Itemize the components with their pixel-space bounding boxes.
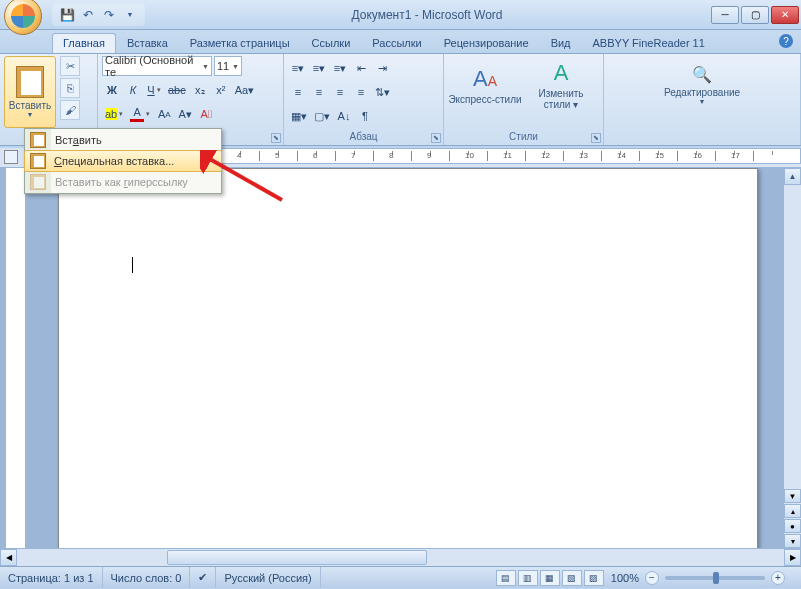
format-painter-button[interactable]: 🖌 (60, 100, 80, 120)
subscript-button[interactable]: x₂ (190, 80, 210, 100)
vertical-scrollbar[interactable]: ▲ ▼ ▴ ● ▾ (783, 168, 801, 548)
view-web-button[interactable]: ▦ (540, 570, 560, 586)
highlight-button[interactable]: ab▾ (102, 104, 126, 124)
indent-dec-button[interactable]: ⇤ (351, 58, 371, 78)
vertical-ruler[interactable] (6, 168, 26, 548)
tab-review[interactable]: Рецензирование (433, 33, 540, 53)
grow-font-button[interactable]: AА (154, 104, 174, 124)
maximize-button[interactable]: ▢ (741, 6, 769, 24)
tab-references[interactable]: Ссылки (301, 33, 362, 53)
line-spacing-button[interactable]: ⇅▾ (372, 82, 393, 102)
strikethrough-button[interactable]: abc (165, 80, 189, 100)
numbering-button[interactable]: ≡▾ (309, 58, 329, 78)
zoom-level[interactable]: 100% (605, 572, 645, 584)
group-styles: AA Экспресс-стили A Изменить стили ▾ Сти… (444, 54, 604, 145)
borders-button[interactable]: ▢▾ (311, 106, 333, 126)
clipboard-icon (30, 132, 46, 148)
view-fullscreen-button[interactable]: ▥ (518, 570, 538, 586)
group-paragraph-label: Абзац (288, 130, 439, 143)
clipboard-icon (16, 66, 44, 98)
group-editing: 🔍 Редактирование ▼ (604, 54, 801, 145)
justify-button[interactable]: ≡ (351, 82, 371, 102)
browse-object-button[interactable]: ● (784, 519, 801, 533)
tab-selector[interactable] (4, 150, 18, 164)
change-styles-button[interactable]: A Изменить стили ▾ (524, 56, 598, 114)
ribbon-tabs: Главная Вставка Разметка страницы Ссылки… (0, 30, 801, 54)
find-button[interactable]: 🔍 Редактирование ▼ (657, 56, 747, 114)
font-name-value: Calibri (Основной те (105, 54, 200, 78)
view-print-button[interactable]: ▤ (496, 570, 516, 586)
close-button[interactable]: ✕ (771, 6, 799, 24)
save-icon[interactable]: 💾 (58, 6, 76, 24)
bullets-button[interactable]: ≡▾ (288, 58, 308, 78)
page[interactable] (58, 168, 758, 548)
cut-button[interactable]: ✂ (60, 56, 80, 76)
align-right-button[interactable]: ≡ (330, 82, 350, 102)
tab-mailings[interactable]: Рассылки (361, 33, 432, 53)
tab-abbyy[interactable]: ABBYY FineReader 11 (582, 33, 716, 53)
paragraph-dialog-launcher[interactable]: ⬊ (431, 133, 441, 143)
h-scroll-thumb[interactable] (167, 550, 427, 565)
next-page-button[interactable]: ▾ (784, 534, 801, 548)
shrink-font-button[interactable]: A▾ (175, 104, 195, 124)
document-viewport[interactable] (28, 168, 783, 548)
underline-button[interactable]: Ч▾ (144, 80, 164, 100)
scroll-right-button[interactable]: ▶ (784, 549, 801, 566)
shading-button[interactable]: ▦▾ (288, 106, 310, 126)
zoom-slider-thumb[interactable] (713, 572, 719, 584)
clear-format-button[interactable]: A⃠ (196, 104, 216, 124)
zoom-in-button[interactable]: + (771, 571, 785, 585)
sort-button[interactable]: A↓ (334, 106, 354, 126)
redo-icon[interactable]: ↷ (100, 6, 118, 24)
menu-paste-special[interactable]: Специальная вставка... (24, 150, 222, 172)
paste-dropdown-menu: Вставить Специальная вставка... Вставить… (24, 128, 222, 194)
horizontal-scrollbar[interactable]: ◀ ▶ (0, 548, 801, 566)
font-size-combo[interactable]: 11▼ (214, 56, 242, 76)
font-dialog-launcher[interactable]: ⬊ (271, 133, 281, 143)
minimize-button[interactable]: ─ (711, 6, 739, 24)
help-icon[interactable]: ? (779, 34, 793, 48)
quick-styles-button[interactable]: AA Экспресс-стили (448, 56, 522, 114)
menu-paste[interactable]: Вставить (25, 129, 221, 151)
prev-page-button[interactable]: ▴ (784, 504, 801, 518)
title-bar: 💾 ↶ ↷ ▼ Документ1 - Microsoft Word ─ ▢ ✕ (0, 0, 801, 30)
align-center-button[interactable]: ≡ (309, 82, 329, 102)
font-color-button[interactable]: A▾ (127, 104, 153, 124)
italic-button[interactable]: К (123, 80, 143, 100)
bold-button[interactable]: Ж (102, 80, 122, 100)
copy-button[interactable]: ⎘ (60, 78, 80, 98)
scroll-down-button[interactable]: ▼ (784, 489, 801, 503)
change-case-button[interactable]: Aa▾ (232, 80, 257, 100)
office-button[interactable] (4, 0, 42, 35)
indent-inc-button[interactable]: ⇥ (372, 58, 392, 78)
tab-home[interactable]: Главная (52, 33, 116, 53)
scroll-up-button[interactable]: ▲ (784, 168, 801, 185)
tab-layout[interactable]: Разметка страницы (179, 33, 301, 53)
quick-access-toolbar: 💾 ↶ ↷ ▼ (52, 4, 145, 26)
show-marks-button[interactable]: ¶ (355, 106, 375, 126)
zoom-slider[interactable] (665, 576, 765, 580)
align-left-button[interactable]: ≡ (288, 82, 308, 102)
styles-dialog-launcher[interactable]: ⬊ (591, 133, 601, 143)
binoculars-icon: 🔍 (692, 65, 712, 85)
status-bar: Страница: 1 из 1 Число слов: 0 ✔ Русский… (0, 566, 801, 588)
scroll-left-button[interactable]: ◀ (0, 549, 17, 566)
menu-paste-link: Вставить как гиперссылку (25, 171, 221, 193)
undo-icon[interactable]: ↶ (79, 6, 97, 24)
status-proof[interactable]: ✔ (190, 567, 216, 588)
h-scroll-track[interactable] (17, 549, 784, 566)
zoom-out-button[interactable]: − (645, 571, 659, 585)
paste-button[interactable]: Вставить ▼ (4, 56, 56, 128)
qat-customize-icon[interactable]: ▼ (121, 6, 139, 24)
status-page[interactable]: Страница: 1 из 1 (0, 567, 103, 588)
status-words[interactable]: Число слов: 0 (103, 567, 191, 588)
paste-label: Вставить (9, 100, 51, 111)
status-language[interactable]: Русский (Россия) (216, 567, 320, 588)
view-draft-button[interactable]: ▨ (584, 570, 604, 586)
view-outline-button[interactable]: ▧ (562, 570, 582, 586)
superscript-button[interactable]: x² (211, 80, 231, 100)
multilevel-button[interactable]: ≡▾ (330, 58, 350, 78)
font-name-combo[interactable]: Calibri (Основной те▼ (102, 56, 212, 76)
tab-view[interactable]: Вид (540, 33, 582, 53)
tab-insert[interactable]: Вставка (116, 33, 179, 53)
